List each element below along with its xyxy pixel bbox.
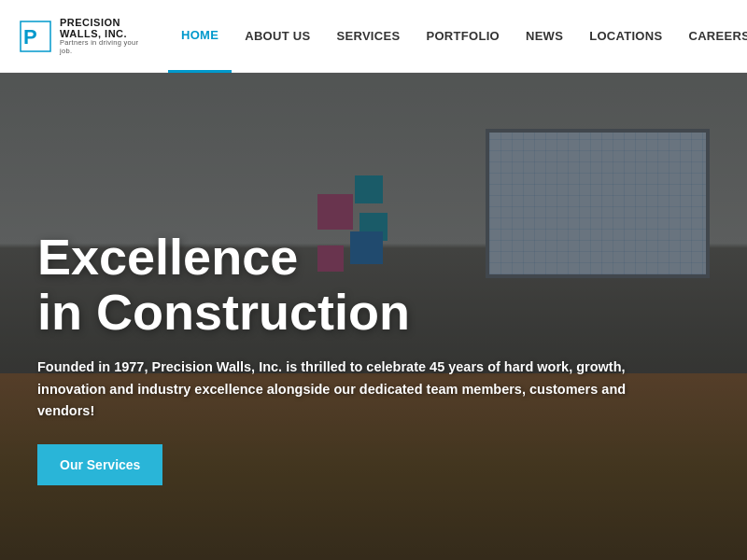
nav-portfolio[interactable]: PORTFOLIO bbox=[413, 0, 513, 73]
hero-section: Excellence in Construction Founded in 19… bbox=[0, 73, 747, 560]
logo-text: PRECISION WALLS, INC. Partners in drivin… bbox=[60, 17, 140, 55]
logo-company-name: PRECISION WALLS, INC. bbox=[60, 17, 140, 39]
hero-title: Excellence in Construction bbox=[37, 230, 710, 341]
nav-careers[interactable]: CAREERS bbox=[675, 0, 747, 73]
nav-services[interactable]: SERVICES bbox=[324, 0, 414, 73]
main-nav: HOME ABOUT US SERVICES PORTFOLIO NEWS LO… bbox=[168, 0, 747, 73]
hero-description: Founded in 1977, Precision Walls, Inc. i… bbox=[37, 357, 635, 422]
our-services-button[interactable]: Our Services bbox=[37, 444, 162, 485]
nav-news[interactable]: NEWS bbox=[513, 0, 576, 73]
logo-tagline: Partners in driving your job. bbox=[60, 39, 140, 55]
hero-title-line2: in Construction bbox=[37, 284, 410, 340]
nav-locations[interactable]: LOCATIONS bbox=[576, 0, 675, 73]
hero-content: Excellence in Construction Founded in 19… bbox=[37, 230, 710, 485]
site-header: P PRECISION WALLS, INC. Partners in driv… bbox=[0, 0, 747, 73]
nav-home[interactable]: HOME bbox=[168, 0, 232, 73]
svg-text:P: P bbox=[23, 25, 37, 49]
nav-about[interactable]: ABOUT US bbox=[232, 0, 323, 73]
logo-icon: P bbox=[19, 20, 52, 53]
hero-title-line1: Excellence bbox=[37, 229, 298, 285]
logo[interactable]: P PRECISION WALLS, INC. Partners in driv… bbox=[19, 17, 140, 55]
